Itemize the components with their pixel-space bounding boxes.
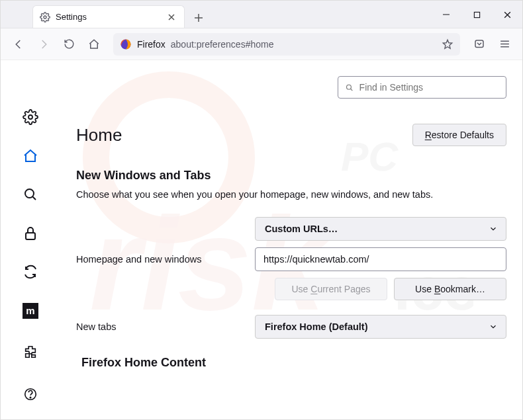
- find-input[interactable]: [359, 82, 499, 93]
- sidebar-help[interactable]: [17, 381, 44, 407]
- svg-rect-7: [475, 40, 483, 48]
- section-new-windows-title: New Windows and Tabs: [76, 169, 506, 183]
- svg-point-9: [25, 189, 34, 198]
- url-identity: Firefox: [137, 39, 166, 50]
- section-new-windows-desc: Choose what you see when you open your h…: [76, 189, 506, 200]
- chevron-down-icon: [489, 322, 498, 331]
- svg-rect-10: [26, 233, 35, 239]
- url-bar[interactable]: Firefox about:preferences#home: [113, 33, 460, 56]
- menu-button[interactable]: [493, 33, 516, 56]
- svg-point-8: [28, 115, 32, 119]
- settings-main: Home Restore Defaults New Windows and Ta…: [60, 60, 522, 420]
- back-button[interactable]: [7, 33, 30, 56]
- close-icon[interactable]: [166, 11, 177, 23]
- settings-sidebar: m: [1, 60, 60, 420]
- find-in-settings[interactable]: [338, 76, 506, 99]
- forward-button[interactable]: [32, 33, 55, 56]
- window-controls: [431, 1, 522, 28]
- sidebar-extensions[interactable]: [17, 339, 44, 365]
- sidebar-general[interactable]: [17, 106, 44, 128]
- reload-button[interactable]: [58, 33, 80, 56]
- gear-icon: [40, 12, 50, 22]
- page-title: Home: [76, 125, 122, 146]
- sidebar-home[interactable]: [17, 146, 44, 167]
- chevron-down-icon: [489, 224, 498, 233]
- homepage-mode-select[interactable]: Custom URLs…: [255, 217, 506, 241]
- new-tab-button[interactable]: [189, 8, 209, 28]
- sidebar-privacy[interactable]: [17, 223, 44, 245]
- close-window-button[interactable]: [492, 1, 522, 28]
- newtabs-label: New tabs: [76, 321, 255, 332]
- svg-point-12: [30, 397, 30, 398]
- homepage-url-input[interactable]: [255, 247, 506, 271]
- svg-point-4: [44, 16, 46, 19]
- svg-rect-5: [474, 12, 479, 17]
- homepage-mode-value: Custom URLs…: [265, 224, 338, 234]
- tab-settings[interactable]: Settings: [32, 5, 185, 28]
- newtabs-select[interactable]: Firefox Home (Default): [255, 315, 506, 339]
- sidebar-more[interactable]: m: [17, 300, 44, 322]
- homepage-label: Homepage and new windows: [76, 254, 255, 265]
- sidebar-sync[interactable]: [17, 261, 44, 283]
- use-current-pages-button[interactable]: Use Current Pages: [275, 278, 387, 300]
- svg-point-13: [347, 85, 352, 89]
- minimize-button[interactable]: [431, 1, 461, 28]
- use-bookmark-button[interactable]: Use Bookmark…: [394, 278, 506, 300]
- sidebar-search[interactable]: [17, 184, 44, 206]
- search-icon: [345, 83, 354, 93]
- restore-defaults-button[interactable]: Restore Defaults: [412, 124, 506, 146]
- bookmark-star-icon[interactable]: [442, 38, 453, 50]
- pocket-button[interactable]: [468, 33, 491, 56]
- section-home-content-title: Firefox Home Content: [81, 356, 506, 370]
- url-text: about:preferences#home: [171, 39, 274, 50]
- home-button[interactable]: [83, 33, 105, 56]
- toolbar: Firefox about:preferences#home: [1, 28, 522, 60]
- tab-label: Settings: [56, 12, 160, 22]
- maximize-button[interactable]: [461, 1, 492, 28]
- newtabs-value: Firefox Home (Default): [265, 321, 368, 332]
- firefox-icon: [120, 38, 132, 50]
